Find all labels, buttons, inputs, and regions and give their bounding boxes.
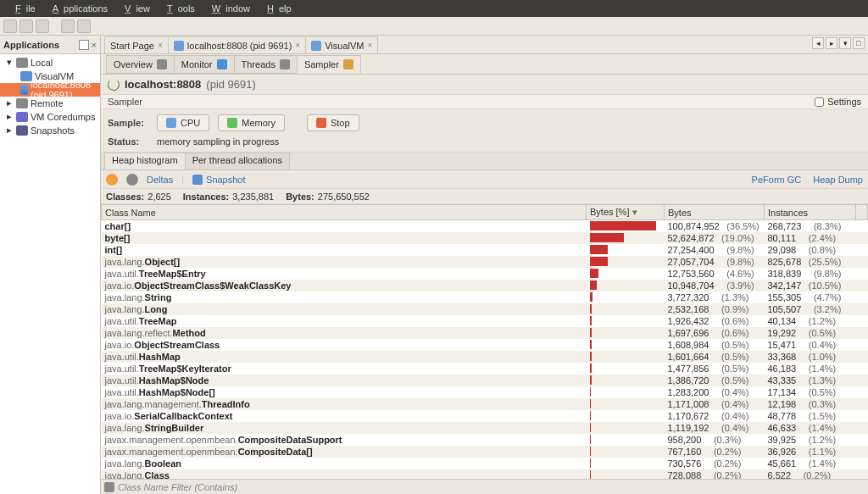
stop-button[interactable]: Stop — [307, 114, 359, 131]
table-row[interactable]: java.util.HashMap$Node1,386,720 (0.5%)43… — [102, 375, 868, 386]
local-icon — [20, 85, 28, 95]
table-row[interactable]: javax.management.openmbean.CompositeData… — [102, 434, 868, 446]
close-tab-icon[interactable]: × — [295, 41, 300, 50]
snapshot-icon — [192, 175, 203, 185]
menubar[interactable]: FileApplicationsViewToolsWindowHelp — [0, 0, 868, 17]
menu-help[interactable]: Help — [257, 2, 297, 15]
tab-list[interactable]: ▾ — [839, 37, 851, 49]
sample-label: Sample: — [108, 118, 148, 128]
close-tab-icon[interactable]: × — [158, 41, 163, 50]
target-host: localhost:8808 — [125, 78, 201, 91]
table-row[interactable]: java.util.HashMap$Node[]1,283,200 (0.4%)… — [102, 386, 868, 398]
table-row[interactable]: java.util.TreeMap$Entry12,753,560 (4.6%)… — [102, 268, 868, 280]
deltas-link[interactable]: Deltas — [147, 175, 173, 185]
filter-icon[interactable] — [104, 482, 114, 492]
applications-panel: Applications × ▾LocalVisualVMlocalhost:8… — [0, 36, 101, 494]
memory-button[interactable]: Memory — [218, 114, 285, 131]
heap-dump-link[interactable]: Heap Dump — [813, 175, 863, 185]
menu-applications[interactable]: Applications — [42, 2, 113, 15]
overview-icon — [157, 59, 167, 69]
table-row[interactable]: java.util.TreeMap$KeyIterator1,477,856 (… — [102, 363, 868, 375]
section-tabs: OverviewMonitorThreadsSampler — [101, 54, 868, 75]
table-row[interactable]: java.io.ObjectStreamClass$WeakClassKey10… — [102, 280, 868, 291]
doc-tab[interactable]: localhost:8808 (pid 9691)× — [168, 36, 306, 53]
tree-item[interactable]: localhost:8808 (pid 9691) — [0, 83, 100, 97]
snap-icon — [16, 125, 28, 136]
auto-refresh-icon[interactable] — [126, 174, 138, 186]
tab-max[interactable]: □ — [853, 37, 865, 49]
close-tab-icon[interactable]: × — [367, 41, 372, 50]
table-row[interactable]: byte[]52,624,872 (19.0%)80,111 (2.4%) — [102, 232, 868, 244]
heap-table-scroll[interactable]: Class Name Bytes [%] Bytes Instances cha… — [101, 204, 868, 479]
section-tab-monitor[interactable]: Monitor — [174, 55, 235, 74]
minimize-icon[interactable] — [79, 40, 89, 50]
settings-toggle[interactable]: Settings — [815, 97, 861, 107]
filter-input[interactable]: Class Name Filter (Contains) — [118, 482, 237, 492]
table-row[interactable]: javax.management.openmbean.CompositeData… — [102, 446, 868, 458]
toolbar-icon[interactable] — [77, 19, 91, 33]
section-tab-overview[interactable]: Overview — [106, 55, 175, 74]
toolbar-icon[interactable] — [3, 19, 17, 33]
tab-heap-histogram[interactable]: Heap histogram — [104, 153, 186, 169]
threads-icon — [280, 59, 290, 69]
applications-tree[interactable]: ▾LocalVisualVMlocalhost:8808 (pid 9691)▸… — [0, 54, 100, 494]
table-row[interactable]: java.lang.management.ThreadInfo1,171,008… — [102, 398, 868, 410]
table-row[interactable]: char[]100,874,952 (36.5%)268,723 (8.3%) — [102, 220, 868, 232]
toolbar-icon[interactable] — [61, 19, 75, 33]
close-icon[interactable]: × — [92, 40, 97, 50]
table-row[interactable]: java.lang.Object[]27,057,704 (9.8%)825,6… — [102, 256, 868, 268]
refresh-icon[interactable] — [108, 79, 120, 91]
section-tab-threads[interactable]: Threads — [234, 55, 298, 74]
section-tab-sampler[interactable]: Sampler — [297, 55, 361, 74]
perform-gc-link[interactable]: PeForm GC — [752, 175, 802, 185]
tab-per-thread[interactable]: Per thread allocations — [185, 153, 290, 169]
tree-item[interactable]: ▾Local — [0, 56, 100, 69]
menu-tools[interactable]: Tools — [157, 2, 200, 15]
doc-tab[interactable]: VisualVM× — [305, 36, 378, 53]
heap-tabs: Heap histogram Per thread allocations — [101, 152, 868, 170]
refresh-icon[interactable] — [106, 174, 118, 186]
table-row[interactable]: java.lang.StringBuilder1,119,192 (0.4%)4… — [102, 422, 868, 434]
tree-item[interactable]: ▸VM Coredumps — [0, 110, 100, 124]
target-pid: (pid 9691) — [206, 78, 256, 91]
sampler-icon — [343, 59, 353, 69]
col-scroll — [856, 205, 868, 220]
sampler-subtitle: Sampler — [108, 97, 142, 107]
heap-histogram-table: Class Name Bytes [%] Bytes Instances cha… — [101, 204, 868, 479]
table-row[interactable]: int[]27,254,400 (9.8%)29,098 (0.8%) — [102, 244, 868, 256]
menu-window[interactable]: Window — [202, 2, 255, 15]
status-label: Status: — [108, 136, 148, 147]
stop-icon — [316, 118, 326, 128]
table-row[interactable]: java.lang.Long2,532,168 (0.9%)105,507 (3… — [102, 303, 868, 315]
toolbar-icon[interactable] — [19, 19, 33, 33]
table-row[interactable]: java.lang.Boolean730,576 (0.2%)45,661 (1… — [102, 458, 868, 469]
cpu-icon — [166, 118, 176, 128]
snapshot-link[interactable]: Snapshot — [192, 175, 245, 185]
col-bytes[interactable]: Bytes — [665, 205, 765, 220]
menu-file[interactable]: File — [5, 2, 41, 15]
computer-icon — [16, 98, 28, 108]
col-class-name[interactable]: Class Name — [102, 205, 587, 220]
col-bytes-pct[interactable]: Bytes [%] — [587, 205, 665, 220]
main-toolbar — [0, 17, 868, 36]
tree-item[interactable]: ▸Snapshots — [0, 124, 100, 137]
cpu-button[interactable]: CPU — [157, 114, 209, 131]
col-instances[interactable]: Instances — [765, 205, 856, 220]
table-row[interactable]: java.lang.reflect.Method1,697,696 (0.6%)… — [102, 327, 868, 339]
table-row[interactable]: java.io.SerialCallbackContext1,170,672 (… — [102, 410, 868, 422]
table-row[interactable]: java.util.TreeMap1,926,432 (0.6%)40,134 … — [102, 315, 868, 327]
table-row[interactable]: java.util.HashMap1,601,664 (0.5%)33,368 … — [102, 351, 868, 363]
tab-icon — [311, 41, 321, 51]
tab-prev[interactable]: ◂ — [812, 37, 824, 49]
menu-view[interactable]: View — [114, 2, 155, 15]
table-row[interactable]: java.lang.Class728,088 (0.2%)6,522 (0.2%… — [102, 469, 868, 480]
doc-tab[interactable]: Start Page× — [104, 36, 169, 53]
computer-icon — [16, 58, 28, 68]
monitor-icon — [217, 59, 227, 69]
table-row[interactable]: java.io.ObjectStreamClass1,608,984 (0.5%… — [102, 339, 868, 351]
toolbar-icon[interactable] — [36, 19, 49, 33]
status-text: memory sampling in progress — [157, 136, 279, 147]
tab-next[interactable]: ▸ — [826, 37, 837, 49]
table-row[interactable]: java.lang.String3,727,320 (1.3%)155,305 … — [102, 291, 868, 303]
settings-checkbox[interactable] — [815, 97, 824, 107]
